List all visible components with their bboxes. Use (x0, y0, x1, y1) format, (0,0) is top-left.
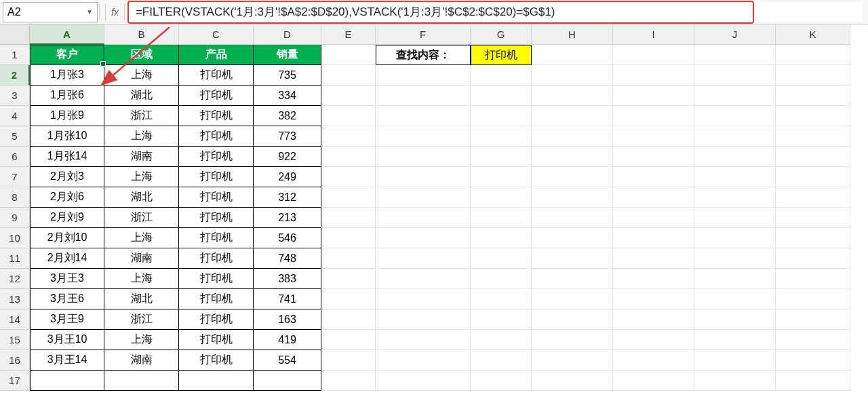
cell[interactable] (376, 330, 471, 350)
row-header[interactable]: 6 (0, 147, 30, 167)
cell[interactable] (471, 309, 532, 330)
table-cell[interactable] (179, 371, 254, 391)
table-cell[interactable]: 打印机 (179, 269, 254, 289)
cell[interactable] (776, 330, 850, 350)
table-cell[interactable]: 249 (254, 167, 321, 187)
table-cell[interactable]: 上海 (104, 167, 179, 187)
table-cell[interactable]: 湖北 (104, 187, 179, 208)
column-header[interactable]: I (613, 24, 694, 45)
table-cell[interactable]: 1月张9 (30, 106, 104, 126)
cell[interactable] (471, 228, 532, 248)
cell[interactable] (613, 248, 694, 269)
table-cell[interactable]: 打印机 (179, 289, 254, 309)
cell[interactable] (776, 45, 850, 65)
cell[interactable] (613, 187, 694, 208)
fx-icon[interactable]: fx (111, 7, 119, 18)
cell[interactable] (321, 147, 376, 167)
table-cell[interactable]: 2月刘9 (30, 208, 104, 228)
cell[interactable] (471, 350, 532, 371)
cell[interactable] (776, 269, 850, 289)
table-cell[interactable]: 湖南 (104, 248, 179, 269)
cell[interactable] (376, 167, 471, 187)
cell[interactable] (376, 106, 471, 126)
cell[interactable] (471, 86, 532, 106)
row-header[interactable]: 14 (0, 309, 30, 330)
table-cell[interactable]: 上海 (104, 65, 179, 86)
column-header[interactable]: J (694, 24, 776, 45)
cell[interactable] (776, 65, 850, 86)
table-cell[interactable]: 打印机 (179, 126, 254, 147)
cell[interactable] (532, 228, 613, 248)
cell[interactable] (694, 126, 776, 147)
cell[interactable] (471, 187, 532, 208)
table-cell[interactable]: 浙江 (104, 106, 179, 126)
cell[interactable] (776, 147, 850, 167)
table-cell[interactable]: 382 (254, 106, 321, 126)
cell[interactable] (321, 309, 376, 330)
column-header[interactable]: A (30, 24, 104, 45)
cell[interactable] (694, 106, 776, 126)
cell[interactable] (376, 289, 471, 309)
row-header[interactable]: 9 (0, 208, 30, 228)
table-cell[interactable]: 735 (254, 65, 321, 86)
cell[interactable] (694, 167, 776, 187)
cell[interactable] (776, 167, 850, 187)
cell[interactable] (376, 269, 471, 289)
cell[interactable] (776, 350, 850, 371)
cell[interactable] (321, 65, 376, 86)
table-cell[interactable]: 3月王3 (30, 269, 104, 289)
cell[interactable] (321, 289, 376, 309)
row-header[interactable]: 7 (0, 167, 30, 187)
cell[interactable] (694, 350, 776, 371)
table-cell[interactable]: 419 (254, 330, 321, 350)
table-cell[interactable]: 打印机 (179, 350, 254, 371)
cell[interactable] (376, 187, 471, 208)
table-cell[interactable]: 打印机 (179, 65, 254, 86)
cell[interactable] (532, 65, 613, 86)
formula-input[interactable]: =FILTER(VSTACK('1月:3月'!$A$2:$D$20),VSTAC… (130, 2, 863, 22)
cell[interactable] (694, 309, 776, 330)
cell[interactable] (532, 45, 613, 65)
column-header[interactable]: D (254, 24, 321, 45)
cell[interactable] (321, 371, 376, 391)
cell[interactable] (321, 228, 376, 248)
table-cell[interactable]: 打印机 (179, 309, 254, 330)
row-header[interactable]: 5 (0, 126, 30, 147)
cell[interactable] (532, 330, 613, 350)
table-header[interactable]: 客户 (30, 45, 104, 65)
cell[interactable] (532, 248, 613, 269)
cell[interactable] (532, 289, 613, 309)
table-header[interactable]: 区域 (104, 45, 179, 65)
cell[interactable] (321, 187, 376, 208)
cell[interactable] (321, 45, 376, 65)
cell[interactable] (471, 248, 532, 269)
table-cell[interactable]: 1月张10 (30, 126, 104, 147)
chevron-down-icon[interactable]: ▼ (86, 8, 93, 16)
table-cell[interactable]: 748 (254, 248, 321, 269)
row-header[interactable]: 3 (0, 86, 30, 106)
cell[interactable] (532, 269, 613, 289)
column-header[interactable]: E (321, 24, 376, 45)
column-header[interactable]: F (376, 24, 471, 45)
cell[interactable] (613, 371, 694, 391)
column-header[interactable]: H (532, 24, 613, 45)
cell[interactable] (776, 309, 850, 330)
cell[interactable] (376, 86, 471, 106)
cell[interactable] (613, 106, 694, 126)
cell[interactable] (471, 208, 532, 228)
table-cell[interactable]: 上海 (104, 126, 179, 147)
cell[interactable] (776, 86, 850, 106)
table-cell[interactable]: 打印机 (179, 208, 254, 228)
cell[interactable] (471, 65, 532, 86)
cell[interactable] (471, 126, 532, 147)
row-header[interactable]: 10 (0, 228, 30, 248)
table-cell[interactable]: 2月刘3 (30, 167, 104, 187)
cell[interactable] (694, 228, 776, 248)
table-cell[interactable]: 湖南 (104, 350, 179, 371)
cell[interactable] (532, 86, 613, 106)
cell[interactable] (471, 289, 532, 309)
cell[interactable] (321, 208, 376, 228)
table-cell[interactable]: 打印机 (179, 187, 254, 208)
cell[interactable] (532, 309, 613, 330)
cell[interactable] (471, 269, 532, 289)
